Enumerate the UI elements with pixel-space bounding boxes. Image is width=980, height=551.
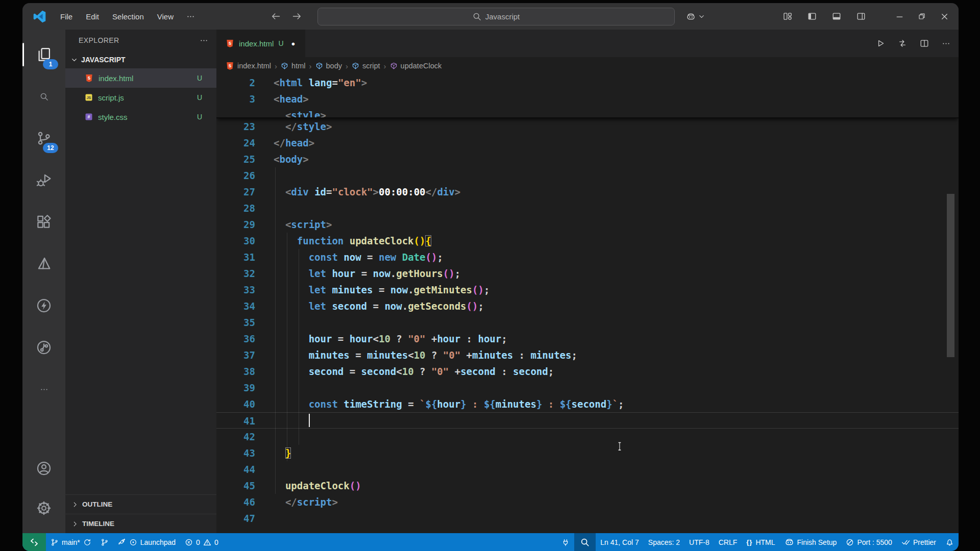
status-item-problems[interactable]: 00: [180, 533, 223, 551]
code-line: 38 second = second<10 ? "0" +second : se…: [216, 363, 959, 380]
menu-item-file[interactable]: File: [54, 12, 79, 21]
status-item-git-graph-status[interactable]: [96, 533, 113, 551]
code-line: 39: [216, 380, 959, 396]
status-item-eol-sequence[interactable]: CRLF: [714, 533, 742, 551]
close-icon[interactable]: [933, 3, 955, 30]
status-item-zoom-indicator[interactable]: [574, 533, 596, 551]
copilot-icon: [686, 12, 696, 21]
editor-scrollbar[interactable]: [947, 194, 954, 357]
status-item-cursor-position[interactable]: Ln 41, Col 7: [596, 533, 644, 551]
code-line: 46 </script>: [216, 494, 959, 510]
main-area: 112 EXPLORER JAVASCRIPT 5index.htmlUJSsc…: [22, 30, 959, 533]
breadcrumb-item-body[interactable]: body: [315, 62, 342, 70]
forward-arrow-icon[interactable]: [292, 11, 302, 21]
file-row-script-js[interactable]: JSscript.jsU: [65, 88, 216, 107]
activity-item-explorer[interactable]: 1: [22, 34, 65, 76]
html-file-icon: 5: [226, 62, 234, 70]
status-item-live-server-port[interactable]: Port : 5500: [841, 533, 897, 551]
file-row-style-css[interactable]: #style.cssU: [65, 107, 216, 127]
chevron-right-icon: [71, 501, 79, 508]
sidebar-bottom-sections: OUTLINETIMELINE: [65, 494, 216, 533]
sidebar-section-outline[interactable]: OUTLINE: [65, 494, 216, 514]
status-item-prettier[interactable]: Prettier: [897, 533, 941, 551]
status-item-indentation[interactable]: Spaces: 2: [644, 533, 684, 551]
svg-text:5: 5: [229, 63, 231, 68]
status-label: UTF-8: [689, 538, 709, 546]
compare-icon[interactable]: [898, 39, 907, 48]
status-item-encoding[interactable]: UTF-8: [684, 533, 714, 551]
split-editor-icon[interactable]: [920, 39, 929, 48]
minimize-icon[interactable]: [888, 3, 911, 30]
ellipsis-icon[interactable]: [942, 39, 950, 48]
svg-text:5: 5: [229, 41, 231, 46]
search-value: Javascript: [485, 12, 520, 21]
activity-item-search[interactable]: [22, 76, 65, 117]
text-caret: [309, 414, 310, 427]
code-line: 42: [216, 429, 959, 445]
check-double-icon: [901, 538, 910, 546]
status-bar: main*Launchpad00 Ln 41, Col 7Spaces: 2UT…: [22, 533, 959, 551]
chevron-right-icon: [71, 520, 79, 528]
play-icon[interactable]: [876, 39, 885, 48]
breadcrumb-item-updateClock[interactable]: updateClock: [390, 62, 442, 70]
activity-item-thunder-client[interactable]: [22, 285, 65, 327]
status-label: Prettier: [913, 538, 936, 546]
tab-modified-dot[interactable]: ●: [291, 40, 296, 47]
status-item-launchpad[interactable]: Launchpad: [113, 533, 180, 551]
code-editor[interactable]: 23 </style>24</head>25<body>2627 <div id…: [216, 74, 959, 533]
status-item-git-branch[interactable]: main*: [46, 533, 96, 551]
explorer-more-icon[interactable]: [200, 36, 208, 45]
back-arrow-icon[interactable]: [271, 11, 281, 21]
menu-item-selection[interactable]: Selection: [106, 12, 151, 21]
activity-badge: 1: [43, 59, 58, 69]
file-row-index-html[interactable]: 5index.htmlU: [65, 68, 216, 88]
layout-sidebar-right-icon[interactable]: [852, 12, 870, 21]
activity-item-account[interactable]: [22, 448, 65, 488]
activity-bar: 112: [22, 30, 65, 533]
activity-item-settings[interactable]: [22, 488, 65, 528]
chevron-down-icon: [698, 13, 705, 20]
sidebar-section-timeline[interactable]: TIMELINE: [65, 514, 216, 533]
menu-overflow-icon[interactable]: [180, 12, 201, 21]
activity-item-prism[interactable]: [22, 243, 65, 285]
code-line: 37 minutes = minutes<10 ? "0" +minutes :…: [216, 347, 959, 363]
status-item-port-forward[interactable]: [557, 533, 574, 551]
menu-item-view[interactable]: View: [151, 12, 180, 21]
tab-index-html[interactable]: 5 index.html U ●: [216, 30, 305, 57]
restore-icon[interactable]: [911, 3, 933, 30]
html-file-icon: 5: [226, 39, 234, 48]
symbol-cube-icon: [281, 62, 288, 70]
code-line: 40 const timeString = `${hour} : ${minut…: [216, 396, 959, 412]
activity-item-more-actions[interactable]: [22, 368, 65, 410]
breadcrumb-separator: ›: [346, 62, 348, 70]
breadcrumb-item-index-html[interactable]: 5index.html: [226, 62, 271, 70]
screen-frame: FileEditSelectionView Javascript 112: [0, 0, 980, 551]
breadcrumb-item-html[interactable]: html: [281, 62, 305, 70]
tab-strip: 5 index.html U ●: [216, 30, 959, 57]
activity-item-extensions[interactable]: [22, 201, 65, 243]
layout-panel-icon[interactable]: [828, 12, 845, 21]
folder-section-javascript[interactable]: JAVASCRIPT: [65, 51, 216, 68]
status-item-notifications[interactable]: [941, 533, 959, 551]
sync-icon: [83, 538, 91, 546]
file-name: index.html: [99, 74, 133, 83]
layout-customize-icon[interactable]: [779, 12, 796, 21]
breadcrumb-item-script[interactable]: script: [352, 62, 380, 70]
activity-item-source-control[interactable]: 12: [22, 117, 65, 159]
layout-sidebar-left-icon[interactable]: [803, 12, 821, 21]
status-item-remote-indicator[interactable]: [22, 533, 46, 551]
code-line: 31 const now = new Date();: [216, 249, 959, 265]
git-branch-icon: [101, 538, 109, 546]
command-center-search[interactable]: Javascript: [317, 8, 675, 26]
sidebar-explorer: EXPLORER JAVASCRIPT 5index.htmlUJSscript…: [65, 30, 216, 533]
menu-item-edit[interactable]: Edit: [79, 12, 106, 21]
copilot-menu[interactable]: [686, 3, 705, 30]
status-item-copilot-setup[interactable]: Finish Setup: [780, 533, 842, 551]
svg-text:5: 5: [88, 76, 90, 81]
activity-item-git-graph[interactable]: [22, 327, 65, 368]
activity-item-run-debug[interactable]: [22, 159, 65, 201]
account-icon: [36, 461, 52, 476]
status-item-language-mode[interactable]: {}HTML: [742, 533, 779, 551]
status-label: Ln 41, Col 7: [600, 538, 639, 546]
editor-toolbar: [876, 30, 950, 57]
